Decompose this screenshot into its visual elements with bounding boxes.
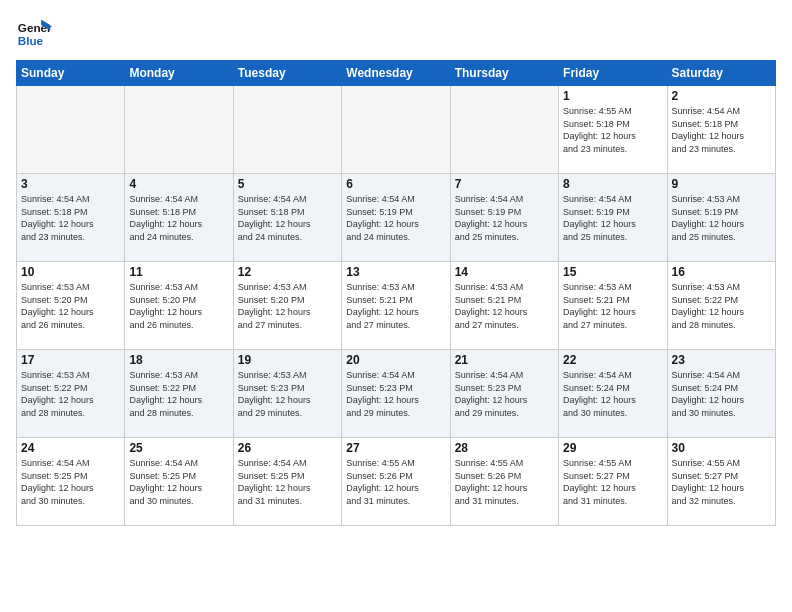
day-number: 11: [129, 265, 228, 279]
day-number: 8: [563, 177, 662, 191]
calendar-cell: 17Sunrise: 4:53 AMSunset: 5:22 PMDayligh…: [17, 350, 125, 438]
day-number: 27: [346, 441, 445, 455]
day-info: Sunrise: 4:54 AMSunset: 5:24 PMDaylight:…: [672, 369, 771, 419]
day-info: Sunrise: 4:55 AMSunset: 5:26 PMDaylight:…: [455, 457, 554, 507]
calendar-cell: 12Sunrise: 4:53 AMSunset: 5:20 PMDayligh…: [233, 262, 341, 350]
day-number: 24: [21, 441, 120, 455]
day-number: 28: [455, 441, 554, 455]
day-info: Sunrise: 4:53 AMSunset: 5:21 PMDaylight:…: [563, 281, 662, 331]
calendar-cell: 13Sunrise: 4:53 AMSunset: 5:21 PMDayligh…: [342, 262, 450, 350]
calendar-cell: 27Sunrise: 4:55 AMSunset: 5:26 PMDayligh…: [342, 438, 450, 526]
day-info: Sunrise: 4:53 AMSunset: 5:21 PMDaylight:…: [346, 281, 445, 331]
day-info: Sunrise: 4:54 AMSunset: 5:25 PMDaylight:…: [129, 457, 228, 507]
calendar-cell: 29Sunrise: 4:55 AMSunset: 5:27 PMDayligh…: [559, 438, 667, 526]
col-header-saturday: Saturday: [667, 61, 775, 86]
calendar-cell: 16Sunrise: 4:53 AMSunset: 5:22 PMDayligh…: [667, 262, 775, 350]
logo: GeneralBlue: [16, 16, 52, 52]
day-info: Sunrise: 4:54 AMSunset: 5:24 PMDaylight:…: [563, 369, 662, 419]
calendar-cell: 14Sunrise: 4:53 AMSunset: 5:21 PMDayligh…: [450, 262, 558, 350]
day-info: Sunrise: 4:53 AMSunset: 5:20 PMDaylight:…: [21, 281, 120, 331]
day-number: 25: [129, 441, 228, 455]
day-info: Sunrise: 4:55 AMSunset: 5:26 PMDaylight:…: [346, 457, 445, 507]
day-number: 4: [129, 177, 228, 191]
day-info: Sunrise: 4:54 AMSunset: 5:18 PMDaylight:…: [129, 193, 228, 243]
day-info: Sunrise: 4:54 AMSunset: 5:18 PMDaylight:…: [238, 193, 337, 243]
day-number: 20: [346, 353, 445, 367]
calendar-week-row: 1Sunrise: 4:55 AMSunset: 5:18 PMDaylight…: [17, 86, 776, 174]
calendar-cell: 10Sunrise: 4:53 AMSunset: 5:20 PMDayligh…: [17, 262, 125, 350]
calendar-cell: [17, 86, 125, 174]
day-number: 18: [129, 353, 228, 367]
calendar-week-row: 24Sunrise: 4:54 AMSunset: 5:25 PMDayligh…: [17, 438, 776, 526]
calendar-cell: 6Sunrise: 4:54 AMSunset: 5:19 PMDaylight…: [342, 174, 450, 262]
calendar-cell: 3Sunrise: 4:54 AMSunset: 5:18 PMDaylight…: [17, 174, 125, 262]
day-info: Sunrise: 4:54 AMSunset: 5:23 PMDaylight:…: [346, 369, 445, 419]
col-header-thursday: Thursday: [450, 61, 558, 86]
day-number: 23: [672, 353, 771, 367]
calendar-cell: [233, 86, 341, 174]
day-info: Sunrise: 4:55 AMSunset: 5:27 PMDaylight:…: [563, 457, 662, 507]
day-number: 13: [346, 265, 445, 279]
calendar-cell: 23Sunrise: 4:54 AMSunset: 5:24 PMDayligh…: [667, 350, 775, 438]
day-number: 14: [455, 265, 554, 279]
day-info: Sunrise: 4:53 AMSunset: 5:23 PMDaylight:…: [238, 369, 337, 419]
calendar-cell: 9Sunrise: 4:53 AMSunset: 5:19 PMDaylight…: [667, 174, 775, 262]
svg-text:Blue: Blue: [18, 34, 44, 47]
day-number: 29: [563, 441, 662, 455]
day-info: Sunrise: 4:53 AMSunset: 5:21 PMDaylight:…: [455, 281, 554, 331]
day-number: 9: [672, 177, 771, 191]
calendar-cell: 7Sunrise: 4:54 AMSunset: 5:19 PMDaylight…: [450, 174, 558, 262]
calendar-cell: 8Sunrise: 4:54 AMSunset: 5:19 PMDaylight…: [559, 174, 667, 262]
day-info: Sunrise: 4:54 AMSunset: 5:18 PMDaylight:…: [21, 193, 120, 243]
calendar-week-row: 10Sunrise: 4:53 AMSunset: 5:20 PMDayligh…: [17, 262, 776, 350]
calendar-week-row: 3Sunrise: 4:54 AMSunset: 5:18 PMDaylight…: [17, 174, 776, 262]
col-header-monday: Monday: [125, 61, 233, 86]
day-number: 17: [21, 353, 120, 367]
day-number: 3: [21, 177, 120, 191]
day-info: Sunrise: 4:54 AMSunset: 5:18 PMDaylight:…: [672, 105, 771, 155]
calendar-header-row: SundayMondayTuesdayWednesdayThursdayFrid…: [17, 61, 776, 86]
day-info: Sunrise: 4:53 AMSunset: 5:22 PMDaylight:…: [672, 281, 771, 331]
day-info: Sunrise: 4:55 AMSunset: 5:18 PMDaylight:…: [563, 105, 662, 155]
col-header-friday: Friday: [559, 61, 667, 86]
day-info: Sunrise: 4:55 AMSunset: 5:27 PMDaylight:…: [672, 457, 771, 507]
day-number: 2: [672, 89, 771, 103]
day-number: 5: [238, 177, 337, 191]
day-number: 22: [563, 353, 662, 367]
calendar-week-row: 17Sunrise: 4:53 AMSunset: 5:22 PMDayligh…: [17, 350, 776, 438]
calendar-cell: 11Sunrise: 4:53 AMSunset: 5:20 PMDayligh…: [125, 262, 233, 350]
day-number: 1: [563, 89, 662, 103]
calendar-cell: 30Sunrise: 4:55 AMSunset: 5:27 PMDayligh…: [667, 438, 775, 526]
day-info: Sunrise: 4:54 AMSunset: 5:25 PMDaylight:…: [21, 457, 120, 507]
calendar-cell: 24Sunrise: 4:54 AMSunset: 5:25 PMDayligh…: [17, 438, 125, 526]
calendar-cell: 26Sunrise: 4:54 AMSunset: 5:25 PMDayligh…: [233, 438, 341, 526]
day-info: Sunrise: 4:54 AMSunset: 5:25 PMDaylight:…: [238, 457, 337, 507]
day-number: 26: [238, 441, 337, 455]
calendar-cell: 25Sunrise: 4:54 AMSunset: 5:25 PMDayligh…: [125, 438, 233, 526]
calendar-table: SundayMondayTuesdayWednesdayThursdayFrid…: [16, 60, 776, 526]
calendar-cell: 28Sunrise: 4:55 AMSunset: 5:26 PMDayligh…: [450, 438, 558, 526]
day-info: Sunrise: 4:54 AMSunset: 5:19 PMDaylight:…: [563, 193, 662, 243]
day-info: Sunrise: 4:53 AMSunset: 5:22 PMDaylight:…: [129, 369, 228, 419]
col-header-tuesday: Tuesday: [233, 61, 341, 86]
header: GeneralBlue: [16, 16, 776, 52]
day-info: Sunrise: 4:53 AMSunset: 5:20 PMDaylight:…: [238, 281, 337, 331]
day-number: 30: [672, 441, 771, 455]
day-info: Sunrise: 4:53 AMSunset: 5:19 PMDaylight:…: [672, 193, 771, 243]
day-info: Sunrise: 4:54 AMSunset: 5:23 PMDaylight:…: [455, 369, 554, 419]
day-info: Sunrise: 4:53 AMSunset: 5:22 PMDaylight:…: [21, 369, 120, 419]
calendar-cell: 5Sunrise: 4:54 AMSunset: 5:18 PMDaylight…: [233, 174, 341, 262]
col-header-sunday: Sunday: [17, 61, 125, 86]
day-number: 7: [455, 177, 554, 191]
calendar-cell: [125, 86, 233, 174]
day-number: 6: [346, 177, 445, 191]
day-number: 21: [455, 353, 554, 367]
calendar-cell: 21Sunrise: 4:54 AMSunset: 5:23 PMDayligh…: [450, 350, 558, 438]
col-header-wednesday: Wednesday: [342, 61, 450, 86]
calendar-cell: 15Sunrise: 4:53 AMSunset: 5:21 PMDayligh…: [559, 262, 667, 350]
day-info: Sunrise: 4:54 AMSunset: 5:19 PMDaylight:…: [455, 193, 554, 243]
day-number: 10: [21, 265, 120, 279]
calendar-cell: 19Sunrise: 4:53 AMSunset: 5:23 PMDayligh…: [233, 350, 341, 438]
calendar-cell: 4Sunrise: 4:54 AMSunset: 5:18 PMDaylight…: [125, 174, 233, 262]
day-info: Sunrise: 4:54 AMSunset: 5:19 PMDaylight:…: [346, 193, 445, 243]
